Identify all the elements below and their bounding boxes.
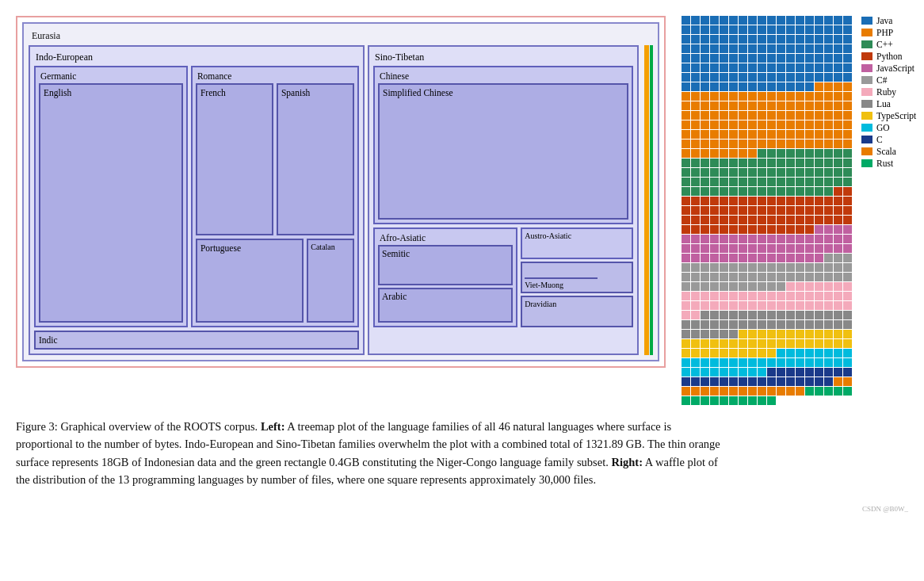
waffle-cell [720, 311, 728, 319]
waffle-cell [805, 206, 814, 215]
waffle-cell [777, 140, 785, 148]
waffle-row [682, 282, 852, 291]
waffle-cell [805, 35, 814, 44]
waffle-cell [843, 187, 852, 196]
waffle-cell [691, 235, 700, 243]
waffle-cell [701, 111, 709, 120]
waffle-cell [710, 168, 719, 177]
waffle-cell [767, 16, 776, 25]
legend-label: C [876, 135, 883, 144]
waffle-cell [777, 168, 785, 177]
waffle-cell [748, 254, 757, 262]
waffle-cell [748, 168, 757, 177]
sino-tibetan-block: Sino-Tibetan Chinese Simplified Chinese [368, 45, 639, 355]
waffle-cell [758, 216, 766, 224]
waffle-cell [786, 35, 795, 44]
waffle-row [682, 63, 852, 72]
waffle-cell [720, 206, 728, 215]
waffle-cell [701, 73, 709, 82]
waffle-cell [739, 44, 747, 53]
waffle-cell [767, 206, 776, 215]
legend-color-swatch [861, 100, 872, 108]
waffle-cell [777, 225, 785, 234]
waffle-cell [786, 130, 795, 139]
waffle-cell [834, 130, 842, 139]
waffle-cell [786, 311, 795, 319]
waffle-cell [710, 197, 719, 205]
waffle-cell [729, 368, 738, 377]
waffle-cell [777, 149, 785, 158]
treemap-title: Eurasia [29, 29, 653, 45]
legend-item: C++ [861, 40, 916, 49]
waffle-cell [729, 159, 738, 167]
waffle-cell [834, 92, 842, 101]
waffle-cell [701, 140, 709, 148]
waffle-cell [710, 63, 719, 72]
waffle-cell [777, 206, 785, 215]
waffle-grid [682, 16, 852, 405]
waffle-cell [815, 35, 823, 44]
waffle-cell [710, 216, 719, 224]
legend-label: Scala [876, 147, 896, 156]
waffle-cell [701, 168, 709, 177]
waffle-cell [786, 159, 795, 167]
waffle-cell [729, 216, 738, 224]
waffle-cell [777, 263, 785, 272]
waffle-cell [701, 120, 709, 129]
waffle-cell [739, 330, 747, 338]
waffle-cell [729, 349, 738, 357]
waffle-cell [777, 320, 785, 329]
waffle-cell [748, 387, 757, 396]
waffle-cell [710, 178, 719, 186]
waffle-cell [720, 140, 728, 148]
waffle-row [682, 254, 852, 262]
waffle-row [682, 387, 852, 396]
waffle-cell [682, 63, 690, 72]
waffle-cell [824, 159, 833, 167]
indic-block: Indic [34, 331, 359, 350]
waffle-cell [824, 140, 833, 148]
austro-col: Austro-Asiatic Viet-Muong Dravidian [521, 227, 633, 327]
waffle-cell [815, 44, 823, 53]
waffle-cell [777, 349, 785, 357]
waffle-cell [720, 168, 728, 177]
waffle-cell [834, 206, 842, 215]
waffle-cell [834, 301, 842, 310]
legend-label: Lua [876, 99, 891, 109]
spanish-label: Spanish [281, 88, 310, 97]
waffle-cell [777, 111, 785, 120]
waffle-cell [739, 187, 747, 196]
waffle-cell [739, 159, 747, 167]
waffle-cell [796, 101, 804, 110]
waffle-cell [834, 73, 842, 82]
indic-label: Indic [39, 335, 58, 345]
waffle-row [682, 273, 852, 281]
waffle-cell [729, 206, 738, 215]
waffle-cell [796, 216, 804, 224]
waffle-cell [758, 101, 766, 110]
waffle-cell [786, 339, 795, 348]
waffle-cell [767, 273, 776, 281]
waffle-cell [720, 159, 728, 167]
waffle-cell [767, 159, 776, 167]
waffle-cell [758, 263, 766, 272]
waffle-cell [815, 225, 823, 234]
waffle-cell [805, 159, 814, 167]
waffle-row [682, 54, 852, 63]
waffle-cell [767, 339, 776, 348]
waffle-cell [691, 54, 700, 63]
waffle-cell [815, 111, 823, 120]
waffle-cell [691, 111, 700, 120]
waffle-row [682, 92, 852, 101]
waffle-cell [786, 292, 795, 300]
waffle-row [682, 235, 852, 243]
waffle-cell [710, 73, 719, 82]
viet-muong-block: Viet-Muong [521, 262, 633, 293]
waffle-cell [682, 35, 690, 44]
waffle-cell [739, 368, 747, 377]
waffle-cell [796, 235, 804, 243]
waffle-cell [767, 311, 776, 319]
waffle-cell [815, 349, 823, 357]
waffle-cell [815, 311, 823, 319]
semitic-block: Semitic [378, 245, 513, 285]
